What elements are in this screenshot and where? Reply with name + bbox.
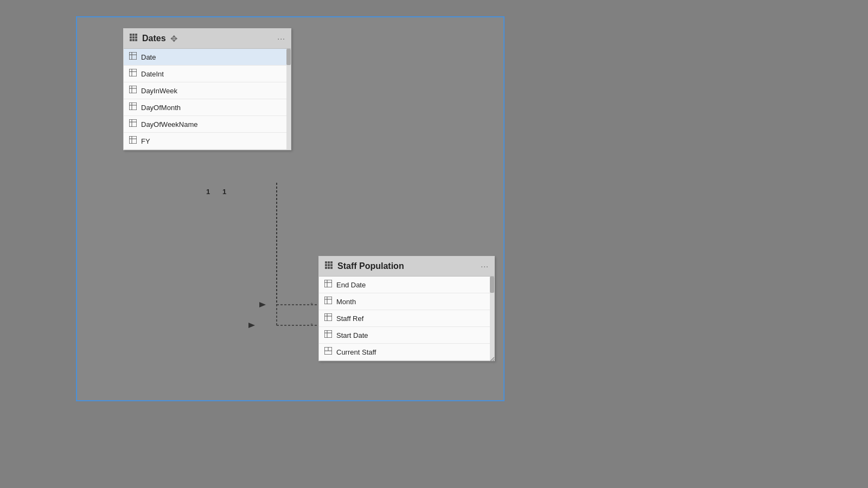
scrollbar-track[interactable] [286,49,291,150]
table-row[interactable]: Month [319,293,494,310]
svg-rect-34 [325,264,327,266]
row-label: Start Date [336,331,368,339]
dates-more-options[interactable]: ··· [277,34,285,43]
row-table-icon [129,52,137,62]
row-label: Staff Ref [336,314,363,323]
star-lower: * [310,322,313,330]
svg-rect-25 [129,119,137,127]
table-row[interactable]: DayOfWeekName [124,116,291,133]
staff-population-table: Staff Population ··· End Date [318,256,495,361]
row-table-icon [324,297,332,306]
star-upper: * [310,301,313,309]
table-row[interactable]: DayInWeek [124,82,291,99]
svg-rect-37 [325,267,327,269]
svg-rect-46 [324,313,332,321]
staff-table-icon [324,261,333,272]
row-table-icon [324,313,332,323]
row-label: Date [141,53,156,61]
table-row[interactable]: Staff Ref [319,310,494,327]
svg-rect-33 [330,261,333,264]
svg-rect-11 [132,39,135,41]
svg-rect-8 [132,36,135,38]
svg-rect-16 [129,69,137,76]
table-row[interactable]: DateInt [124,66,291,82]
staff-table-header[interactable]: Staff Population ··· [319,256,494,277]
row-label: FY [141,137,150,145]
table-row[interactable]: DayOfMonth [124,99,291,116]
row-table-icon [324,330,332,340]
svg-rect-22 [129,102,137,110]
scrollbar-track[interactable] [490,277,494,361]
dates-table-title: Dates [142,34,166,43]
svg-rect-40 [324,280,332,287]
row-label: DayOfWeekName [141,120,198,129]
staff-more-options[interactable]: ··· [481,262,489,271]
svg-rect-9 [135,36,137,38]
scrollbar-thumb[interactable] [490,277,494,293]
row-table-icon [129,136,137,146]
svg-rect-39 [330,267,333,269]
svg-rect-10 [130,39,132,41]
table-row[interactable]: FY [124,133,291,150]
rel-label-1b: 1 [222,188,226,196]
dates-table-body: Date DateInt [124,49,291,150]
svg-rect-6 [135,34,137,36]
svg-line-56 [492,359,494,362]
row-table-icon [324,280,332,290]
row-label: DayInWeek [141,87,177,95]
svg-line-55 [490,357,494,362]
table-row[interactable]: Date [124,49,291,66]
scrollbar-thumb[interactable] [286,49,291,65]
dates-table-header[interactable]: Dates ✥ ··· [124,29,291,49]
row-table-icon [129,102,137,112]
svg-rect-5 [132,34,135,36]
row-label: End Date [336,281,366,289]
arrow-upper [259,302,266,307]
rel-label-1a: 1 [206,188,210,196]
row-label: Month [336,298,356,306]
row-label: DateInt [141,70,164,78]
svg-rect-12 [135,39,137,41]
row-calc-icon [324,347,332,357]
dates-table: Dates ✥ ··· Date [123,28,291,150]
canvas-area: * * 1 1 [76,16,505,401]
svg-rect-49 [324,330,332,338]
table-row[interactable]: End Date [319,277,494,293]
move-cursor-icon: ✥ [170,34,177,44]
svg-rect-32 [328,261,330,264]
svg-rect-43 [324,297,332,304]
svg-rect-38 [328,267,330,269]
row-label: DayOfMonth [141,104,181,112]
arrow-lower [248,323,255,328]
table-row[interactable]: Start Date [319,327,494,344]
svg-rect-7 [130,36,132,38]
staff-table-body: End Date Month [319,277,494,361]
svg-rect-36 [330,264,333,266]
row-label: Current Staff [336,348,376,356]
svg-rect-4 [130,34,132,36]
table-row[interactable]: Current Staff [319,344,494,361]
row-table-icon [129,69,137,79]
row-table-icon [129,86,137,95]
svg-rect-35 [328,264,330,266]
dates-table-icon [129,33,138,44]
svg-rect-13 [129,52,137,60]
svg-rect-28 [129,136,137,144]
svg-rect-31 [325,261,327,264]
staff-table-title: Staff Population [337,261,404,271]
row-table-icon [129,119,137,129]
resize-handle[interactable] [488,354,494,361]
svg-rect-19 [129,86,137,93]
